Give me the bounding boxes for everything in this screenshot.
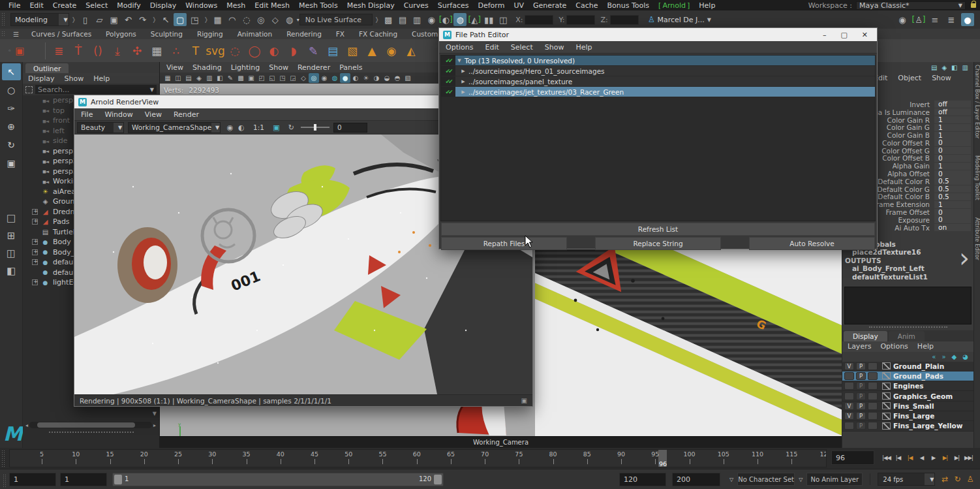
panel-menu-item[interactable]: Renderer <box>298 63 330 72</box>
display-layer-row[interactable]: P Ground_Pads <box>842 371 973 381</box>
layer-playback-toggle[interactable]: P <box>856 422 866 430</box>
rebuild-curve-icon[interactable]: ✣ <box>127 41 147 61</box>
step-back-frame-button[interactable]: |◀ <box>893 450 904 465</box>
layer-menu-item[interactable]: Options <box>880 342 908 351</box>
ao-icon[interactable]: ◒ <box>382 73 392 83</box>
expand-caret-icon[interactable]: ▶ <box>459 89 467 95</box>
expand-caret-icon[interactable]: ▶ <box>459 69 467 74</box>
filter-icon[interactable] <box>25 86 33 93</box>
motion-blur-icon[interactable]: ◓ <box>392 73 403 83</box>
file-path-row[interactable]: ✔✔ ▶ ../sourceimages/jet_textures/03_Rac… <box>441 87 875 97</box>
single-pane-layout[interactable]: □ <box>3 210 20 226</box>
expand-icon[interactable] <box>32 249 38 255</box>
attribute-value-field[interactable]: 0.5 <box>934 193 971 200</box>
menu-item[interactable]: Help <box>694 1 720 10</box>
panel-resize-handle[interactable] <box>869 326 947 328</box>
shelf-grip[interactable] <box>1 31 5 37</box>
layer-visibility-toggle[interactable] <box>844 372 854 380</box>
exposure-field[interactable]: 0 <box>333 123 367 133</box>
fpe-menu-item[interactable]: Help <box>575 43 592 52</box>
nurbs-cone-icon[interactable]: ▲ <box>362 41 382 61</box>
z-coordinate-field[interactable] <box>610 15 639 25</box>
fpe-action-button[interactable]: Auto Resolve <box>749 237 875 250</box>
toolbar-grip[interactable] <box>1 12 5 27</box>
item-view-icon[interactable]: ▣ <box>15 45 24 57</box>
output-connections-icon[interactable]: ▥ <box>410 13 423 26</box>
shelf-tab[interactable]: Polygons <box>99 30 144 38</box>
rangebar-grip[interactable] <box>3 474 7 488</box>
character-set-selector[interactable]: No Character Set <box>737 473 795 486</box>
menu-item[interactable]: Curves <box>399 1 433 10</box>
type-tool-icon[interactable]: T <box>186 41 206 61</box>
menu-item[interactable]: UV <box>509 1 528 10</box>
fpe-menu-item[interactable]: Edit <box>485 43 498 52</box>
layer-display-type-toggle[interactable] <box>868 372 878 380</box>
sidebar-vertical-tab[interactable]: Channel Box / Layer Editor <box>974 65 980 138</box>
scrollbar-thumb[interactable] <box>37 422 135 428</box>
attribute-value-field[interactable]: 0.5 <box>934 185 971 193</box>
menu-set-dropdown[interactable]: Modeling▼ <box>10 13 69 26</box>
manipulator-display-icon[interactable]: ◈ <box>942 64 947 71</box>
redo-icon[interactable]: ↷ <box>136 13 149 26</box>
scale-tool[interactable]: ▣ <box>2 155 21 172</box>
sidebar-vertical-tab[interactable]: Attribute Editor <box>974 217 980 260</box>
renderview-menu-item[interactable]: View <box>145 110 162 119</box>
layer-display-type-toggle[interactable] <box>868 422 878 430</box>
outliner-menu-item[interactable]: Display <box>28 74 55 83</box>
menu-item[interactable]: Mesh <box>222 1 250 10</box>
pan-zoom-icon[interactable]: ◧ <box>215 73 225 83</box>
shelf-tab[interactable]: Animation <box>230 30 280 38</box>
layer-menu-item[interactable]: Layers <box>848 342 871 351</box>
fpe-menu-item[interactable]: Options <box>446 43 473 52</box>
layer-editor-tab[interactable]: Display <box>844 331 887 341</box>
go-to-end-button[interactable]: ▶▶| <box>963 450 974 465</box>
layer-playback-toggle[interactable]: P <box>856 392 866 400</box>
menu-item[interactable]: Mesh Display <box>343 1 399 10</box>
refresh-render-icon[interactable]: ↻ <box>286 123 297 132</box>
undo-icon[interactable]: ↶ <box>122 13 135 26</box>
birail-icon[interactable]: ✎ <box>303 41 323 61</box>
outliner-horizontal-scrollbar[interactable]: ◂ ▸ <box>25 421 156 429</box>
curve-points-icon[interactable]: ∴ <box>166 41 186 61</box>
shelf-tab[interactable]: FX Caching <box>352 30 405 38</box>
bookmarks-icon[interactable]: ◈ <box>194 73 204 83</box>
channel-slider-icon[interactable]: ≡ <box>928 13 942 26</box>
current-frame-field[interactable]: 96 <box>831 450 874 465</box>
make-live-icon[interactable]: ◍ <box>283 13 296 26</box>
menu-item[interactable]: Bonus Tools <box>603 1 654 10</box>
textured-icon[interactable]: ◐ <box>350 73 361 83</box>
expand-icon[interactable] <box>32 259 38 265</box>
layer-playback-toggle[interactable]: P <box>856 402 866 410</box>
revolve-icon[interactable]: ◌ <box>225 41 245 61</box>
fps-dropdown[interactable]: 24 fps▼ <box>878 473 935 486</box>
select-tool[interactable]: ↖ <box>2 63 21 80</box>
x-coordinate-field[interactable] <box>525 15 553 25</box>
animation-end-field[interactable]: 200 <box>672 473 720 486</box>
renderview-menu-item[interactable]: File <box>81 110 93 119</box>
input-connections-icon[interactable]: ▤ <box>396 13 409 26</box>
field-chart-icon[interactable]: ◳ <box>277 73 288 83</box>
layer-display-type-toggle[interactable] <box>868 392 878 400</box>
outliner-menu-item[interactable]: Show <box>65 74 84 83</box>
y-coordinate-field[interactable] <box>566 15 595 25</box>
snap-view-plane-icon[interactable]: ◇ <box>269 13 282 26</box>
layer-display-type-toggle[interactable] <box>868 382 878 390</box>
wireframe-icon[interactable]: ◍ <box>329 73 340 83</box>
exposure-slider[interactable] <box>301 127 329 128</box>
channel-box-menu-item[interactable]: Show <box>932 74 951 82</box>
attach-curve-icon[interactable]: ⤓ <box>108 41 127 61</box>
menu-item[interactable]: Cache <box>571 1 602 10</box>
ipr-render-icon[interactable]: ◐ <box>439 13 452 26</box>
expand-caret-icon[interactable]: ▼ <box>455 58 463 63</box>
snapshot-icon[interactable]: ▣ <box>521 397 527 404</box>
layer-menu-item[interactable]: Help <box>917 342 934 351</box>
shelf-tab[interactable]: Rigging <box>190 30 230 38</box>
workspace-lock-icon[interactable] <box>971 3 976 8</box>
lasso-tool[interactable]: ○ <box>2 82 21 99</box>
attribute-value-field[interactable]: on <box>934 224 971 231</box>
layer-visibility-toggle[interactable] <box>844 422 854 430</box>
node-list-item[interactable]: defaultTextureList1 <box>842 273 973 281</box>
menu-item[interactable]: Arnold <box>654 1 694 10</box>
play-backwards-button[interactable]: ◀ <box>916 450 927 465</box>
panel-menu-item[interactable]: View <box>166 63 183 72</box>
